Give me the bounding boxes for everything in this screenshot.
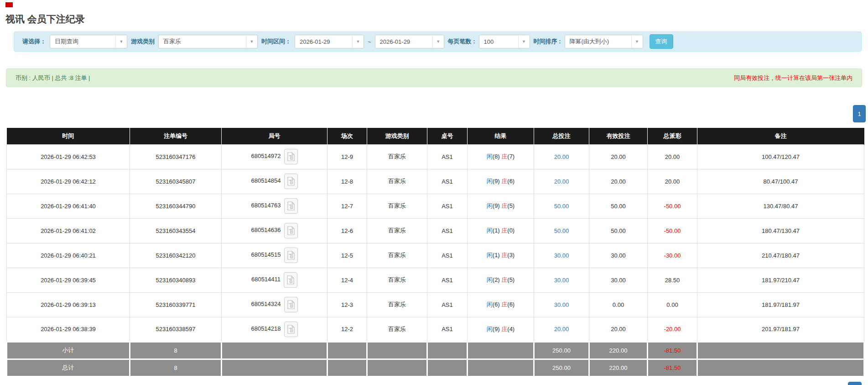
video-file-icon (287, 325, 295, 334)
cell-bet-id: 523160347176 (130, 144, 222, 169)
subtotal-row-cell-9: -81.50 (648, 342, 697, 359)
video-replay-button[interactable] (284, 198, 298, 214)
cell-payout: -50.00 (648, 218, 697, 243)
subtotal-row-cell-0: 小计 (7, 342, 130, 359)
video-replay-button[interactable] (284, 223, 298, 238)
video-file-icon (287, 177, 295, 186)
total-bet-link[interactable]: 50.00 (554, 203, 569, 210)
total-bet-link[interactable]: 50.00 (554, 227, 569, 234)
total-row-cell-5 (427, 359, 468, 376)
cell-payout: -30.00 (648, 243, 697, 268)
date-to-select[interactable]: 2026-01-29 ▼ (375, 35, 444, 48)
cell-session: 12-9 (327, 144, 367, 169)
total-bet-link[interactable]: 20.00 (554, 326, 569, 332)
cell-table: AS1 (427, 243, 468, 268)
banker-result-score: (6) (507, 178, 515, 185)
cell-time: 2026-01-29 06:39:45 (7, 268, 130, 292)
round-number: 680514763 (251, 202, 281, 209)
player-result-score: (2) (493, 276, 502, 283)
cell-time: 2026-01-29 06:42:12 (7, 169, 130, 194)
column-header-5: 桌号 (427, 128, 468, 144)
cell-session: 12-4 (327, 268, 367, 292)
cell-valid-bet: 0.00 (589, 292, 648, 317)
total-bet-link[interactable]: 30.00 (554, 277, 569, 284)
video-replay-button[interactable] (284, 297, 298, 312)
time-sort-select[interactable]: 降冪(由大到小) ▼ (565, 35, 643, 48)
total-bet-link[interactable]: 30.00 (554, 252, 569, 259)
player-result-score: (9) (493, 202, 502, 209)
cell-remark: 80.47/100.47 (697, 169, 864, 194)
video-replay-button[interactable] (284, 248, 298, 263)
banker-result-label: 庄 (501, 153, 507, 160)
query-type-select[interactable]: 日期查询 ▼ (50, 35, 127, 48)
cell-bet-id: 523160343554 (130, 218, 222, 243)
column-header-1: 注单编号 (130, 128, 222, 144)
payout-value: -50.00 (664, 203, 681, 210)
banker-result-label: 庄 (501, 276, 507, 283)
cell-bet-id: 523160345807 (130, 169, 222, 194)
cell-valid-bet: 50.00 (589, 194, 648, 218)
cell-valid-bet: 20.00 (589, 144, 648, 169)
round-number: 680514411 (251, 276, 281, 283)
cell-table: AS1 (427, 144, 468, 169)
cell-result: 闲(6) 庄(6) (468, 292, 534, 317)
query-button[interactable]: 查询 (650, 34, 673, 49)
game-category-value: 百家乐 (159, 37, 246, 46)
total-bet-link[interactable]: 20.00 (554, 153, 569, 160)
page-title: 视讯 会员下注纪录 (5, 13, 85, 26)
banker-result-score: (4) (507, 326, 515, 332)
cell-bet-id: 523160338597 (130, 317, 222, 342)
subtotal-row-cell-2 (222, 342, 327, 359)
banker-result-label: 庄 (501, 326, 507, 332)
chevron-down-icon[interactable]: ▼ (631, 35, 643, 48)
chevron-down-icon[interactable]: ▼ (115, 35, 127, 48)
cell-remark: 100.47/120.47 (697, 144, 864, 169)
query-type-value: 日期查询 (50, 37, 115, 46)
cell-remark: 181.97/181.97 (697, 292, 864, 317)
subtotal-row-cell-7: 250.00 (534, 342, 589, 359)
pagination-page-1-button[interactable]: 1 (853, 105, 866, 122)
bet-records-table: 时间注单编号局号场次游戏类别桌号结果总投注有效投注总派彩备注 2026-01-2… (6, 128, 865, 377)
cell-result: 闲(1) 庄(0) (468, 218, 534, 243)
cell-session: 12-7 (327, 194, 367, 218)
chevron-down-icon[interactable]: ▼ (246, 35, 257, 48)
page-size-select[interactable]: 100 ▼ (479, 35, 530, 48)
cell-session: 12-2 (327, 317, 367, 342)
browser-flag-icon (5, 2, 13, 7)
time-range-label: 时间区间： (261, 37, 291, 46)
date-from-select[interactable]: 2026-01-29 ▼ (295, 35, 364, 48)
game-category-select[interactable]: 百家乐 ▼ (158, 35, 258, 48)
video-replay-button[interactable] (284, 272, 297, 288)
banker-result-score: (6) (507, 301, 515, 308)
total-bet-link[interactable]: 30.00 (554, 301, 569, 308)
player-result-score: (6) (493, 301, 502, 308)
pagination-bottom-partial-button[interactable] (848, 382, 862, 385)
column-header-4: 游戏类别 (367, 128, 427, 144)
video-replay-button[interactable] (284, 322, 298, 337)
round-number: 680514324 (251, 301, 281, 307)
video-replay-button[interactable] (284, 149, 298, 164)
subtotal-row-cell-8: 220.00 (589, 342, 648, 359)
cell-session: 12-8 (327, 169, 367, 194)
cell-time: 2026-01-29 06:41:40 (7, 194, 130, 218)
page-size-value: 100 (479, 38, 518, 45)
table-row: 2026-01-29 06:41:02523160343554680514636… (7, 218, 864, 243)
cell-round: 680514763 (222, 194, 327, 218)
cell-valid-bet: 30.00 (589, 243, 648, 268)
total-row-cell-0: 总计 (7, 359, 130, 376)
cell-game: 百家乐 (367, 317, 427, 342)
cell-game: 百家乐 (367, 144, 427, 169)
column-header-0: 时间 (7, 128, 130, 144)
banker-result-label: 庄 (501, 301, 507, 308)
video-file-icon (287, 300, 295, 309)
total-row-cell-4 (367, 359, 427, 376)
cell-table: AS1 (427, 317, 468, 342)
cell-time: 2026-01-29 06:40:21 (7, 243, 130, 268)
total-bet-link[interactable]: 20.00 (554, 178, 569, 185)
chevron-down-icon[interactable]: ▼ (518, 35, 530, 48)
cell-time: 2026-01-29 06:41:02 (7, 218, 130, 243)
banker-result-score: (5) (507, 276, 515, 283)
chevron-down-icon[interactable]: ▼ (352, 35, 364, 48)
video-replay-button[interactable] (284, 174, 298, 189)
chevron-down-icon[interactable]: ▼ (432, 35, 444, 48)
